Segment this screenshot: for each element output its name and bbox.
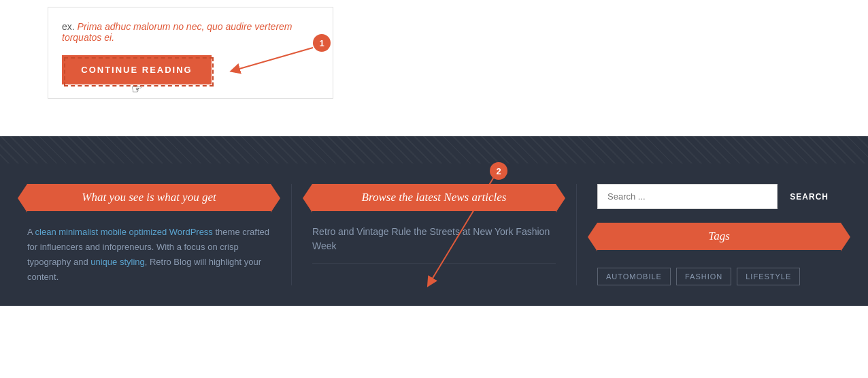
tags-row: AUTOMOBILE FASHION LIFESTYLE [597, 268, 841, 285]
tag-lifestyle[interactable]: LIFESTYLE [737, 268, 800, 285]
col1-text-start: A [27, 227, 35, 237]
search-input[interactable] [597, 184, 778, 209]
col1-link2[interactable]: unique styling [90, 257, 145, 267]
footer-col-3: SEARCH Tags AUTOMOBILE FASHION LIFESTYLE [577, 184, 841, 285]
tags-header-text: Tags [611, 230, 827, 243]
news-article-link[interactable]: Retro and Vintage Rule the Streets at Ne… [312, 225, 556, 264]
col1-body: A clean minimalist mobile optimized Word… [27, 225, 271, 285]
col1-header: What you see is what you get [27, 184, 271, 211]
search-button[interactable]: SEARCH [778, 184, 841, 209]
col2-header: Browse the latest News articles [312, 184, 556, 211]
article-card: ex. Prima adhuc malorum no nec, quo audi… [48, 7, 333, 99]
dark-divider-pattern [0, 136, 868, 163]
col1-header-text: What you see is what you get [41, 191, 257, 204]
footer-col-1: What you see is what you get A clean min… [27, 184, 292, 285]
article-italic: Prima adhuc malorum no nec, quo audire v… [62, 21, 293, 43]
tags-header: Tags [597, 223, 841, 250]
footer-col-2: Browse the latest News articles Retro an… [292, 184, 577, 285]
annotation-2: 2 [490, 162, 507, 180]
article-excerpt: ex. Prima adhuc malorum no nec, quo audi… [62, 21, 319, 43]
col1-link1[interactable]: clean minimalist mobile optimized WordPr… [35, 227, 213, 237]
tag-automobile[interactable]: AUTOMOBILE [597, 268, 671, 285]
continue-reading-button[interactable]: CONTINUE READING [62, 55, 212, 84]
footer: What you see is what you get A clean min… [0, 163, 868, 306]
tag-fashion[interactable]: FASHION [676, 268, 731, 285]
search-row: SEARCH [597, 184, 841, 209]
footer-columns: What you see is what you get A clean min… [0, 163, 868, 306]
annotation-1: 1 [313, 34, 331, 52]
col2-header-text: Browse the latest News articles [326, 191, 542, 204]
